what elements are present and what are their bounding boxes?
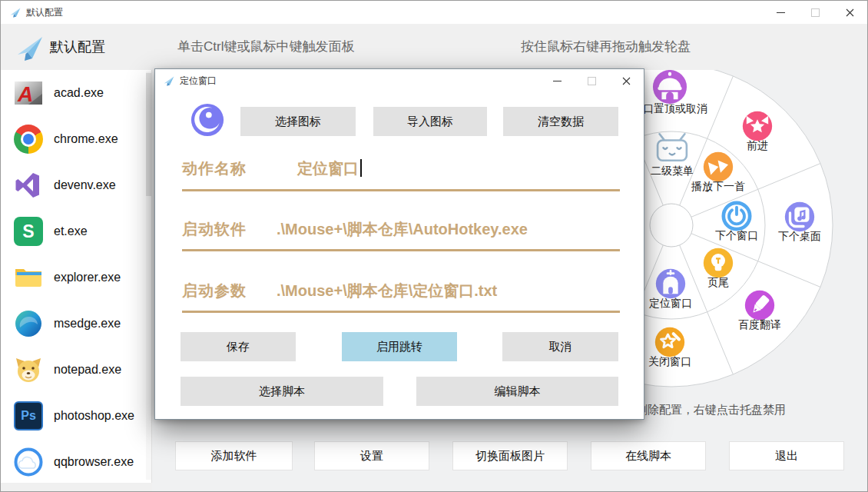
- wps-et-icon: S: [14, 217, 43, 246]
- sidebar-scrollbar[interactable]: [146, 71, 151, 480]
- sidebar-item-chrome[interactable]: chrome.exe: [1, 116, 151, 162]
- online-scripts-button[interactable]: 在线脚本: [591, 441, 706, 470]
- maximize-button[interactable]: [798, 1, 833, 24]
- exit-button[interactable]: 退出: [729, 441, 844, 470]
- sidebar-item-notepad[interactable]: notepad.exe: [1, 347, 151, 393]
- next-window-icon: [721, 201, 752, 231]
- app-list-sidebar: A acad.exe chrome.exe devenv.exe S et.ex…: [1, 70, 152, 483]
- play-next-icon: [703, 151, 734, 182]
- wheel-item-label: 前进: [747, 139, 768, 153]
- switch-panel-image-button[interactable]: 切换面板图片: [452, 441, 568, 470]
- wheel-item-label: 下个窗口: [715, 229, 758, 243]
- close-icon: [846, 8, 854, 17]
- page-end-icon: [703, 248, 734, 278]
- sidebar-item-photoshop[interactable]: Ps photoshop.exe: [1, 393, 151, 439]
- sidebar-item-label: acad.exe: [54, 86, 104, 100]
- autocad-letter: A: [17, 82, 33, 106]
- chrome-icon: [14, 125, 43, 154]
- clear-data-button[interactable]: 清空数据: [503, 107, 618, 136]
- edit-script-button[interactable]: 编辑脚本: [416, 377, 618, 406]
- sidebar-item-label: chrome.exe: [54, 132, 118, 146]
- field-underline: [182, 311, 620, 313]
- sidebar-item-label: qqbrowser.exe: [54, 455, 134, 469]
- sidebar-item-acad[interactable]: A acad.exe: [1, 70, 151, 116]
- baidu-translate-icon: [744, 290, 775, 321]
- choose-script-button[interactable]: 选择脚本: [181, 377, 383, 406]
- launch-program-input[interactable]: .\Mouse+\脚本仓库\AutoHotkey.exe: [277, 219, 528, 240]
- autocad-icon: A: [14, 78, 43, 108]
- wheel-trigger-hint: 按住鼠标右键再拖动触发轮盘: [521, 24, 691, 70]
- tray-hint-text: 删除配置，右键点击托盘禁用: [636, 403, 786, 417]
- pin-top-icon: [652, 70, 687, 105]
- header: 默认配置 单击Ctrl键或鼠标中键触发面板 按住鼠标右键再拖动触发轮盘: [1, 24, 867, 70]
- forward-icon: [742, 111, 773, 141]
- sidebar-item-label: devenv.exe: [54, 178, 116, 192]
- launch-args-input[interactable]: .\Mouse+\脚本仓库\定位窗口.txt: [277, 281, 497, 301]
- scrollbar-thumb[interactable]: [146, 73, 151, 196]
- dialog-close-button[interactable]: [609, 69, 644, 92]
- sidebar-item-msedge[interactable]: msedge.exe: [1, 301, 151, 347]
- minimize-icon: [777, 12, 785, 13]
- save-button[interactable]: 保存: [181, 332, 296, 361]
- maximize-icon: [811, 8, 820, 17]
- photoshop-icon: Ps: [14, 401, 43, 430]
- dialog-controls: [540, 69, 644, 92]
- paper-plane-icon: [163, 75, 175, 87]
- dialog-titlebar[interactable]: 定位窗口: [155, 69, 644, 92]
- locate-window-icon: [655, 268, 686, 299]
- action-icon-preview moon-icon[interactable]: [190, 103, 224, 137]
- visual-studio-icon: [14, 171, 43, 200]
- add-software-button[interactable]: 添加软件: [175, 441, 293, 470]
- sidebar-item-et[interactable]: S et.exe: [1, 208, 151, 254]
- panel-trigger-hint: 单击Ctrl键或鼠标中键触发面板: [177, 24, 354, 70]
- wheel-item-label: 页尾: [707, 276, 729, 290]
- sidebar-item-label: et.exe: [54, 224, 88, 238]
- field-underline: [182, 189, 620, 191]
- sidebar-item-label: msedge.exe: [54, 317, 121, 331]
- app-window: 默认配置 默认配置 单击Ctrl键或鼠标中键触发面板 按住鼠标右键再拖动触发轮盘…: [0, 0, 868, 492]
- text-cursor: [360, 159, 362, 177]
- wheel-item-label: 播放下一首: [691, 180, 745, 194]
- action-name-input[interactable]: 定位窗口: [297, 158, 362, 179]
- launch-args-label: 启动参数: [182, 281, 247, 301]
- sidebar-item-devenv[interactable]: devenv.exe: [1, 162, 151, 208]
- next-desktop-icon: [784, 201, 815, 232]
- field-underline: [182, 249, 620, 251]
- qqbrowser-icon: [14, 447, 43, 477]
- wheel-item-label: 二级菜单: [651, 165, 694, 178]
- config-title: 默认配置: [50, 24, 105, 70]
- edge-icon: [14, 309, 43, 338]
- sidebar-item-qqbrowser[interactable]: qqbrowser.exe: [1, 439, 151, 483]
- enable-jump-button[interactable]: 启用跳转: [342, 332, 457, 361]
- sidebar-item-label: photoshop.exe: [54, 409, 134, 423]
- wheel-item-label: 下个桌面: [778, 230, 821, 244]
- close-button[interactable]: [833, 1, 867, 24]
- import-icon-button[interactable]: 导入图标: [373, 107, 487, 136]
- doge-icon: [14, 355, 43, 384]
- action-name-label: 动作名称: [182, 158, 247, 179]
- choose-icon-button[interactable]: 选择图标: [240, 107, 356, 136]
- dialog-maximize-button[interactable]: [575, 69, 609, 92]
- submenu-icon: [654, 131, 690, 167]
- minimize-button[interactable]: [764, 1, 798, 24]
- sidebar-item-label: notepad.exe: [54, 363, 121, 377]
- launch-program-label: 启动软件: [182, 219, 247, 240]
- close-window-icon: [654, 327, 685, 357]
- window-controls: [764, 1, 867, 24]
- minimize-icon: [553, 81, 562, 81]
- close-icon: [622, 77, 631, 85]
- dialog-minimize-button[interactable]: [540, 69, 575, 92]
- window-title: 默认配置: [26, 1, 63, 24]
- dialog-title: 定位窗口: [180, 69, 217, 92]
- cancel-button[interactable]: 取消: [502, 332, 618, 361]
- explorer-icon: [14, 263, 43, 292]
- paper-plane-icon: [14, 32, 46, 63]
- sidebar-item-explorer[interactable]: explorer.exe: [1, 254, 151, 301]
- titlebar[interactable]: 默认配置: [1, 1, 867, 24]
- wheel-item-label: 百度翻译: [738, 318, 781, 332]
- sidebar-item-label: explorer.exe: [54, 271, 121, 284]
- wheel-item-label: 关闭窗口: [648, 355, 691, 369]
- dialog-locate-window: 定位窗口 选择图标 导入图标 清空数据 动作名称 定位窗口 启动软件 .\Mou…: [154, 68, 644, 420]
- settings-button[interactable]: 设置: [314, 441, 429, 470]
- wheel-item-label: 定位窗口: [649, 297, 692, 311]
